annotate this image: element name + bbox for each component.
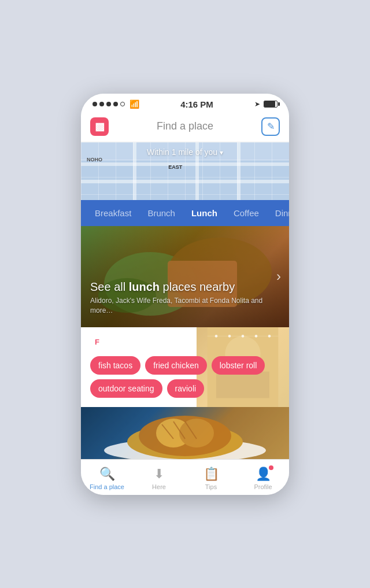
categories-list: Breakfast Brunch Lunch Coffee Dinner (81, 200, 289, 226)
lunch-prefix: See all (90, 280, 129, 293)
status-bar: 📶 4:16 PM ➤ (81, 94, 289, 113)
nav-tips[interactable]: 📋 Tips (185, 464, 237, 493)
tag-outdoor-seating[interactable]: outdoor seating (90, 379, 162, 398)
tag-fried-chicken[interactable]: fried chicken (145, 356, 207, 375)
logo-f: ▩ (95, 120, 105, 133)
battery-fill (264, 101, 275, 107)
food-preview-strip[interactable] (81, 407, 289, 459)
lunch-suffix: places nearby (160, 280, 235, 293)
find-place-label: Find a place (90, 483, 124, 490)
profile-label: Profile (254, 483, 272, 490)
bottom-nav: 🔍 Find a place ⬇ Here 📋 Tips 👤 Profile (81, 459, 289, 495)
tips-icon: 📋 (204, 467, 219, 482)
status-right: ➤ (254, 100, 278, 108)
lunch-title: See all lunch places nearby (90, 280, 266, 294)
foursquare-logo[interactable]: ▩ (90, 117, 109, 136)
taste-tags: fish tacos fried chicken lobster roll ou… (90, 356, 280, 398)
edit-button[interactable]: ✎ (261, 117, 280, 136)
find-place-icon: 🔍 (99, 467, 115, 482)
signal-indicators: 📶 (92, 99, 139, 109)
battery-icon (264, 101, 278, 108)
page-title: Find a place (157, 120, 213, 132)
tips-label: Tips (205, 483, 217, 490)
map-label-east: EAST (168, 164, 182, 170)
signal-dot-5 (120, 102, 125, 106)
tastes-title: Your tastes nearby (109, 336, 194, 348)
food-preview-image (98, 407, 272, 459)
map-road-h2 (81, 180, 289, 183)
tastes-header: F Your tastes nearby (90, 335, 280, 349)
nav-here[interactable]: ⬇ Here (133, 464, 185, 493)
nav-profile[interactable]: 👤 Profile (237, 464, 289, 493)
tastes-logo: F (90, 335, 104, 349)
category-dinner[interactable]: Dinner (267, 200, 289, 226)
location-icon: ➤ (254, 100, 260, 108)
location-dropdown-icon: ▾ (220, 149, 223, 157)
status-time: 4:16 PM (180, 99, 213, 109)
category-breakfast[interactable]: Breakfast (87, 200, 139, 226)
here-icon: ⬇ (154, 467, 164, 482)
profile-notification-dot (269, 465, 273, 470)
category-lunch[interactable]: Lunch (183, 200, 225, 226)
tastes-title-bold: Your tastes (109, 336, 161, 347)
phone-frame: 📶 4:16 PM ➤ ▩ Find a place ✎ NOHO EA (81, 94, 289, 495)
tastes-section: F Your tastes nearby fish tacos fried ch… (81, 327, 289, 407)
edit-icon: ✎ (267, 121, 275, 132)
tag-fish-tacos[interactable]: fish tacos (90, 356, 140, 375)
profile-icon: 👤 (256, 467, 271, 482)
lunch-arrow-icon: › (276, 268, 281, 284)
here-label: Here (152, 483, 166, 490)
location-text: Within 1 mile of you ▾ (147, 147, 223, 157)
categories-bar: Breakfast Brunch Lunch Coffee Dinner (81, 200, 289, 226)
signal-dot-1 (92, 102, 97, 106)
signal-dot-4 (113, 102, 118, 106)
wifi-icon: 📶 (130, 99, 139, 109)
tastes-logo-char: F (95, 338, 99, 346)
tag-ravioli[interactable]: ravioli (167, 379, 205, 398)
top-nav: ▩ Find a place ✎ (81, 113, 289, 142)
lunch-subtitle: Alidoro, Jack's Wife Freda, Tacombi at F… (90, 296, 266, 316)
svg-point-17 (179, 419, 214, 448)
map-section: NOHO EAST Within 1 mile of you ▾ 🔍 Searc… (81, 142, 289, 200)
category-coffee[interactable]: Coffee (225, 200, 267, 226)
signal-dot-2 (99, 102, 104, 106)
location-overlay[interactable]: Within 1 mile of you ▾ (81, 142, 289, 161)
lunch-banner[interactable]: See all lunch places nearby Alidoro, Jac… (81, 226, 289, 327)
tag-lobster-roll[interactable]: lobster roll (212, 356, 265, 375)
category-brunch[interactable]: Brunch (139, 200, 183, 226)
tastes-content: F Your tastes nearby fish tacos fried ch… (81, 327, 289, 407)
tastes-title-normal: nearby (161, 336, 194, 347)
location-label: Within 1 mile of you (147, 147, 217, 157)
lunch-text-block: See all lunch places nearby Alidoro, Jac… (90, 280, 266, 316)
lunch-highlight: lunch (129, 280, 160, 293)
nav-find-place[interactable]: 🔍 Find a place (81, 464, 133, 493)
signal-dot-3 (106, 102, 111, 106)
map-road-h1 (81, 162, 289, 166)
